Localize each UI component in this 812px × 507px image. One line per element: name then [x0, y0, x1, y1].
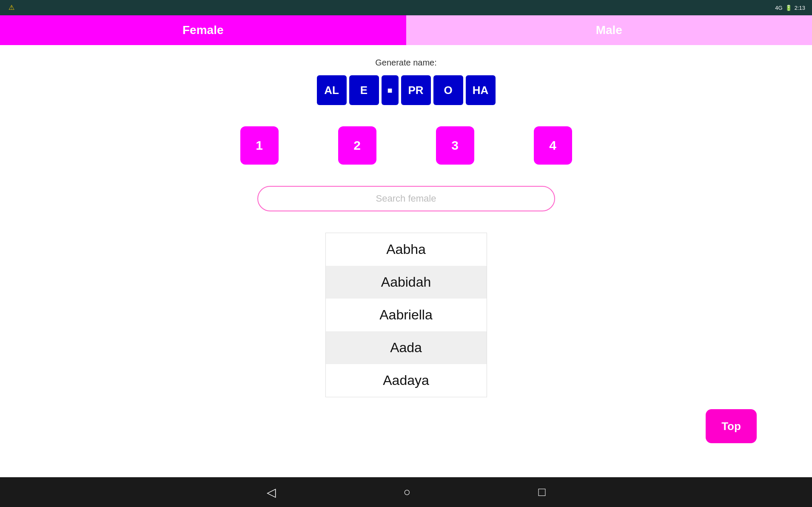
tab-male[interactable]: Male [406, 15, 812, 45]
name-list: Aabha Aabidah Aabriella Aada Aadaya [325, 233, 487, 397]
list-item[interactable]: Aabha [326, 233, 487, 266]
tile-AL[interactable]: AL [317, 75, 347, 105]
number-buttons: 1 2 3 4 [240, 126, 572, 165]
recent-button[interactable]: □ [538, 485, 546, 499]
list-item[interactable]: Aabriella [326, 299, 487, 331]
tile-O[interactable]: O [433, 75, 463, 105]
signal-indicator: 4G [775, 5, 782, 11]
num-btn-3[interactable]: 3 [436, 126, 474, 165]
tile-E[interactable]: E [349, 75, 379, 105]
list-item[interactable]: Aadaya [326, 364, 487, 397]
num-btn-1[interactable]: 1 [240, 126, 279, 165]
back-button[interactable]: ◁ [267, 485, 276, 499]
home-button[interactable]: ○ [404, 485, 411, 499]
status-icons: 4G 🔋 2:13 [775, 5, 805, 11]
tile-sep[interactable]: ■ [382, 75, 399, 105]
nav-bar: ◁ ○ □ [0, 477, 812, 507]
top-button[interactable]: Top [706, 409, 757, 443]
warning-icon: ⚠ [9, 3, 14, 11]
search-container [257, 186, 555, 211]
status-bar: ⚠ 4G 🔋 2:13 [0, 0, 812, 15]
tile-HA[interactable]: HA [466, 75, 496, 105]
list-item[interactable]: Aabidah [326, 266, 487, 299]
tab-female[interactable]: Female [0, 15, 406, 45]
generate-label: Generate name: [375, 58, 437, 68]
tile-PR[interactable]: PR [401, 75, 431, 105]
tab-bar: Female Male [0, 15, 812, 45]
list-item[interactable]: Aada [326, 331, 487, 364]
main-content: Generate name: AL E ■ PR O HA 1 2 3 4 Aa… [0, 45, 812, 477]
letter-tiles: AL E ■ PR O HA [317, 75, 496, 105]
search-input[interactable] [257, 186, 555, 211]
num-btn-2[interactable]: 2 [338, 126, 376, 165]
battery-indicator: 🔋 [785, 5, 792, 11]
num-btn-4[interactable]: 4 [534, 126, 572, 165]
time-display: 2:13 [795, 5, 805, 11]
